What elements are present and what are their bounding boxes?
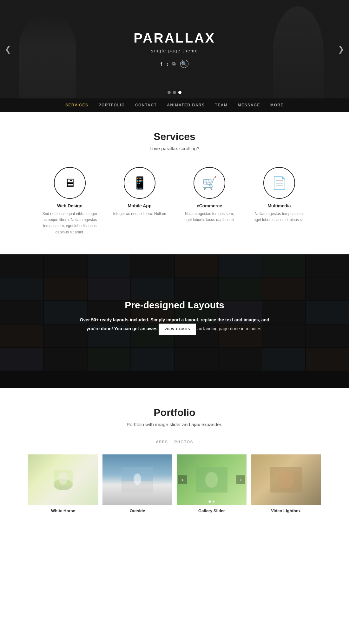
layouts-desc-normal: ax landing page done in minutes.	[197, 326, 262, 331]
web-design-desc: Sed nec consequat nibh. Integer ac neque…	[41, 211, 98, 235]
service-multimedia: 📄 Multimedia Nullam egestas tempus sem, …	[247, 164, 311, 238]
service-web-design: 🖥 Web Design Sed nec consequat nibh. Int…	[38, 164, 102, 238]
portfolio-item-gallery-slider: ‹ › Gallery Slider	[177, 454, 247, 513]
portfolio-title: Portfolio	[13, 407, 336, 419]
web-design-icon-circle: 🖥	[54, 167, 86, 199]
gallery-prev-button[interactable]: ‹	[178, 475, 187, 484]
filter-apps[interactable]: APPS	[156, 440, 168, 446]
hero-dot-3[interactable]	[178, 91, 181, 94]
rss-icon[interactable]: ⧉	[172, 61, 176, 67]
outside-image	[102, 454, 172, 505]
document-icon: 📄	[272, 176, 287, 190]
gallery-dot-1[interactable]	[209, 500, 211, 503]
portfolio-thumb-gallery: ‹ ›	[177, 454, 247, 505]
services-title: Services	[13, 131, 336, 143]
gallery-next-button[interactable]: ›	[236, 475, 245, 484]
ecommerce-icon-circle: 🛒	[194, 167, 225, 199]
portfolio-section: Portfolio Portfolio with image slider an…	[0, 388, 349, 529]
hero-social-icons: f t ⧉ 🔍	[134, 60, 215, 68]
nav-services[interactable]: SERVICES	[65, 103, 88, 107]
hero-dot-1[interactable]	[168, 91, 171, 94]
svg-point-2	[58, 472, 68, 485]
nav-message[interactable]: MESSAGE	[238, 103, 260, 107]
video-lightbox-label: Video Lightbox	[251, 508, 321, 513]
white-horse-image	[28, 454, 98, 505]
outside-label: Outside	[102, 508, 172, 513]
gallery-slider-label: Gallery Slider	[177, 508, 247, 513]
service-mobile-app: 📱 Mobile App Integer ac neque libero. Nu…	[108, 164, 171, 238]
cart-icon: 🛒	[202, 176, 217, 190]
gallery-dots	[209, 500, 215, 503]
web-design-name: Web Design	[41, 203, 98, 208]
portfolio-item-video-lightbox: Video Lightbox	[251, 454, 321, 513]
services-grid: 🖥 Web Design Sed nec consequat nibh. Int…	[13, 164, 336, 238]
portfolio-filter: APPS PHOTOS	[13, 440, 336, 446]
facebook-icon[interactable]: f	[161, 61, 162, 67]
mobile-app-icon-circle: 📱	[124, 167, 155, 199]
layouts-title: Pre-designed Layouts	[79, 300, 270, 311]
monitor-icon: 🖥	[64, 176, 76, 190]
portfolio-thumb-video	[251, 454, 321, 505]
search-icon[interactable]: 🔍	[180, 60, 188, 68]
twitter-icon[interactable]: t	[167, 61, 168, 67]
portfolio-item-outside: Outside	[102, 454, 172, 513]
ecommerce-name: eCommerce	[181, 203, 238, 208]
multimedia-desc: Nullam egestas tempus sem, eget lobortis…	[251, 211, 308, 223]
mobile-icon: 📱	[132, 176, 147, 190]
nav-animated-bars[interactable]: ANIMATED BARS	[167, 103, 205, 107]
mobile-app-name: Mobile App	[111, 203, 168, 208]
main-navigation: SERVICES PORTFOLIO CONTACT ANIMATED BARS…	[0, 98, 349, 112]
video-image	[251, 454, 321, 505]
portfolio-grid: White Horse Outside	[13, 454, 336, 513]
nav-team[interactable]: TEAM	[215, 103, 228, 107]
mobile-app-desc: Integer ac neque libero. Nullam	[111, 211, 168, 217]
filter-photos[interactable]: PHOTOS	[174, 440, 193, 446]
gallery-image	[177, 454, 247, 505]
gallery-dot-2[interactable]	[213, 500, 215, 503]
view-demos-inline-button[interactable]: VIEW DEMOS	[159, 324, 196, 335]
ecommerce-desc: Nullam egestas tempus sem, eget lobortis…	[181, 211, 238, 223]
nav-more[interactable]: MORE	[270, 103, 284, 107]
hero-title: PARALLAX	[134, 30, 215, 46]
layouts-section: Pre-designed Layouts Over 50+ ready layo…	[0, 254, 349, 388]
layouts-description: Over 50+ ready layouts included. Simply …	[79, 316, 270, 335]
svg-point-7	[205, 472, 218, 488]
multimedia-icon-circle: 📄	[263, 167, 295, 199]
portfolio-thumb-outside	[102, 454, 172, 505]
hero-content: PARALLAX single page theme f t ⧉ 🔍	[134, 30, 215, 68]
white-horse-label: White Horse	[28, 508, 98, 513]
nav-portfolio[interactable]: PORTFOLIO	[98, 103, 125, 107]
svg-point-9	[278, 471, 294, 489]
service-ecommerce: 🛒 eCommerce Nullam egestas tempus sem, e…	[178, 164, 241, 238]
layouts-content: Pre-designed Layouts Over 50+ ready layo…	[54, 287, 295, 355]
hero-next-button[interactable]: ❯	[338, 45, 344, 54]
services-section: Services Love parallax scrolling? 🖥 Web …	[0, 112, 349, 254]
multimedia-name: Multimedia	[251, 203, 308, 208]
hero-subtitle: single page theme	[134, 48, 215, 53]
hero-dots	[168, 91, 181, 94]
services-subtitle: Love parallax scrolling?	[13, 146, 336, 151]
svg-point-5	[134, 473, 141, 485]
hero-dot-2[interactable]	[173, 91, 176, 94]
portfolio-thumb-white-horse	[28, 454, 98, 505]
nav-contact[interactable]: CONTACT	[135, 103, 157, 107]
hero-prev-button[interactable]: ❮	[5, 45, 11, 54]
portfolio-subtitle: Portfolio with image slider and ajax exp…	[13, 422, 336, 427]
hero-section: ❮ PARALLAX single page theme f t ⧉ 🔍 ❯	[0, 0, 349, 98]
portfolio-item-white-horse: White Horse	[28, 454, 98, 513]
